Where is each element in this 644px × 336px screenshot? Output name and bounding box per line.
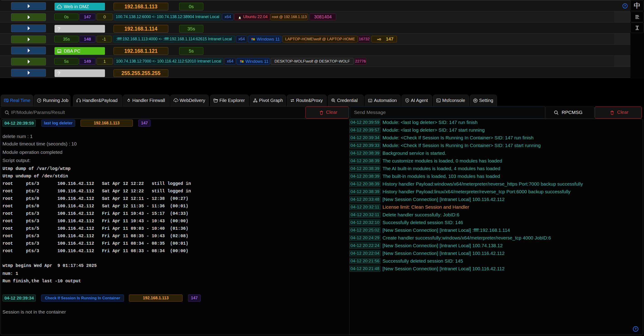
svg-text:?: ? [635, 327, 637, 331]
svg-text:?: ? [58, 71, 60, 76]
svg-text:?: ? [624, 4, 626, 8]
svg-text:?: ? [58, 26, 60, 32]
